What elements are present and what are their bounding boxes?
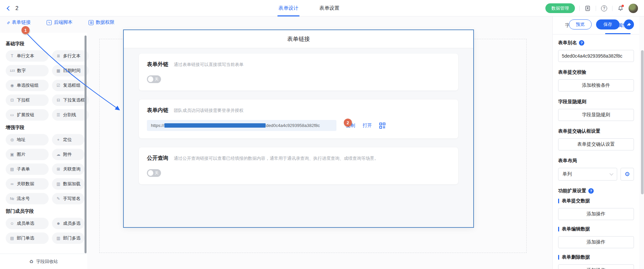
field-recycle-bin[interactable]: ♻ 字段回收站 <box>0 254 87 269</box>
header-tabs: 表单设计 表单设置 <box>278 0 339 16</box>
sidebar-scrollbar[interactable] <box>85 36 87 253</box>
field-label: 子表单 <box>17 166 30 172</box>
field-item-dept-single[interactable]: ▤部门单选 <box>6 232 49 244</box>
tab-form-design-label: 表单设计 <box>278 5 299 11</box>
notification-bell-icon[interactable] <box>617 5 624 12</box>
delete-data-label: 表单删除数据 <box>562 254 590 260</box>
subform-icon: ▤ <box>10 167 14 172</box>
form-alias-input[interactable] <box>558 50 634 62</box>
field-label: 单行文本 <box>17 53 34 59</box>
field-item-single-line-text[interactable]: T单行文本 <box>6 50 49 62</box>
form-link-button[interactable]: ∞ 表单链接 <box>7 19 31 25</box>
active-tab-underline <box>277 15 300 16</box>
save-button[interactable]: 保存 <box>596 19 620 29</box>
field-item-data-load[interactable]: ▥数据加载 <box>52 178 85 190</box>
data-manage-button[interactable]: 数据管理 <box>545 3 575 13</box>
avatar[interactable] <box>629 4 638 13</box>
delete-data-add-button[interactable]: 添加操作 <box>558 264 634 269</box>
field-label: 关联查询 <box>63 166 80 172</box>
field-item-subform[interactable]: ▤子表单 <box>6 163 49 175</box>
card-public-query: 公开查询 通过公开查询链接可以查看已经填报的数据内容，通常用于通讯录查询、执行进… <box>139 147 458 184</box>
checkbox-group-icon: ☑ <box>56 83 61 88</box>
field-item-checkbox-group[interactable]: ☑复选框组 <box>52 80 89 91</box>
field-item-member-single[interactable]: ☺成员单选 <box>6 218 49 229</box>
field-item-multi-line-text[interactable]: ≣多行文本 <box>52 50 89 62</box>
field-visibility-button[interactable]: 字段显隐规则 <box>558 109 634 121</box>
section-title-basic-fields: 基础字段 <box>6 41 83 47</box>
form-link-modal: 表单链接 表单外链 通过表单链接可以直接填写当前表单 关 表单内链 团队成员访问… <box>123 29 474 228</box>
dept-single-icon: ▤ <box>10 236 14 241</box>
divider-icon: ☰ <box>56 113 61 117</box>
gear-icon: ⚙ <box>625 171 630 178</box>
add-validation-button[interactable]: 添加校验条件 <box>558 79 634 91</box>
internal-link-url[interactable]: https:// ded0c4a4c9293958a382f8c <box>147 120 336 131</box>
field-item-extend-button[interactable]: ▭扩展按钮 <box>6 109 49 121</box>
alias-help-icon[interactable]: ? <box>579 40 584 46</box>
form-layout-label: 表单布局 <box>558 158 577 164</box>
app-header: 2 表单设计 表单设置 数据管理 ? <box>0 0 644 16</box>
data-permission-button[interactable]: ▥ 数据权限 <box>89 19 114 25</box>
field-item-multi-select[interactable]: ⊟下拉复选框 <box>52 94 89 106</box>
linked-data-icon: ∞ <box>10 182 14 186</box>
divider <box>579 6 580 11</box>
field-item-linked-query[interactable]: ⊞关联查询 <box>52 163 85 175</box>
field-item-attachment[interactable]: ☁附件 <box>52 149 85 160</box>
group-form-alias: 表单别名 ? <box>558 40 634 62</box>
preview-button[interactable]: 预览 <box>569 19 592 29</box>
field-label: 数字 <box>17 68 26 74</box>
field-item-serial-number[interactable]: №流水号 <box>6 193 49 204</box>
share-button[interactable] <box>624 19 634 29</box>
qr-code-icon[interactable] <box>379 123 385 129</box>
tab-form-settings[interactable]: 表单设置 <box>319 0 339 16</box>
location-icon: ⌖ <box>56 137 61 142</box>
serial-number-icon: № <box>10 196 14 201</box>
field-item-dept-multi[interactable]: ▥部门多选 <box>52 232 85 244</box>
layout-settings-button[interactable]: ⚙ <box>621 168 634 181</box>
public-query-toggle[interactable]: 关 <box>147 169 161 177</box>
tab-form-design[interactable]: 表单设计 <box>278 0 299 16</box>
multi-line-text-icon: ≣ <box>56 54 61 58</box>
card-external-link: 表单外链 通过表单链接可以直接填写当前表单 关 <box>139 54 458 90</box>
field-label: 成员单选 <box>17 220 34 226</box>
recycle-icon: ♻ <box>29 259 34 264</box>
field-item-location[interactable]: ⌖定位 <box>52 134 85 145</box>
public-query-title: 公开查询 <box>147 155 168 162</box>
field-label: 扩展按钮 <box>17 112 34 118</box>
field-label: 定位 <box>63 137 72 143</box>
external-link-toggle[interactable]: 关 <box>147 75 161 83</box>
extension-help-icon[interactable]: ? <box>588 188 594 194</box>
field-label: 下拉复选框 <box>63 97 85 103</box>
field-item-signature[interactable]: ✎手写签名 <box>52 193 85 204</box>
back-icon[interactable] <box>7 6 11 10</box>
field-item-radio-group[interactable]: ◉单选按钮组 <box>6 80 49 91</box>
window-scrollbar[interactable] <box>641 50 644 194</box>
toggle-knob <box>148 170 153 176</box>
help-icon[interactable]: ? <box>600 5 608 12</box>
signature-icon: ✎ <box>56 196 61 201</box>
notification-dot <box>622 5 624 7</box>
layout-select[interactable]: 单列 <box>558 168 617 181</box>
field-item-number[interactable]: 123数字 <box>6 65 49 76</box>
submit-data-add-button[interactable]: 添加操作 <box>558 208 634 220</box>
submit-data-label: 表单提交数据 <box>562 198 590 204</box>
field-item-divider-line[interactable]: ☰分割线 <box>52 109 89 121</box>
open-link-button[interactable]: 打开 <box>363 123 372 129</box>
field-item-datetime[interactable]: ▦日期时间 <box>52 65 89 76</box>
field-item-image[interactable]: ▣图片 <box>6 149 49 160</box>
field-label: 附件 <box>63 151 72 157</box>
active-tab-underline <box>605 33 631 34</box>
backend-script-button[interactable]: ∿ 后端脚本 <box>47 19 72 25</box>
field-item-linked-data[interactable]: ∞关联数据 <box>6 178 49 190</box>
section-bar <box>558 255 559 260</box>
radio-group-icon: ◉ <box>10 83 14 88</box>
image-icon: ▣ <box>10 152 14 157</box>
field-item-member-multi[interactable]: ☻成员多选 <box>52 218 85 229</box>
section-bar <box>558 227 559 231</box>
field-item-select[interactable]: ⊡下拉框 <box>6 94 49 106</box>
submit-confirm-button[interactable]: 表单提交确认设置 <box>558 138 634 150</box>
permission-icon: ▥ <box>89 20 94 25</box>
edit-data-add-button[interactable]: 添加操作 <box>558 236 634 248</box>
field-item-address[interactable]: ◎地址 <box>6 134 49 145</box>
contacts-icon[interactable] <box>584 5 591 12</box>
data-load-icon: ▥ <box>56 182 61 186</box>
